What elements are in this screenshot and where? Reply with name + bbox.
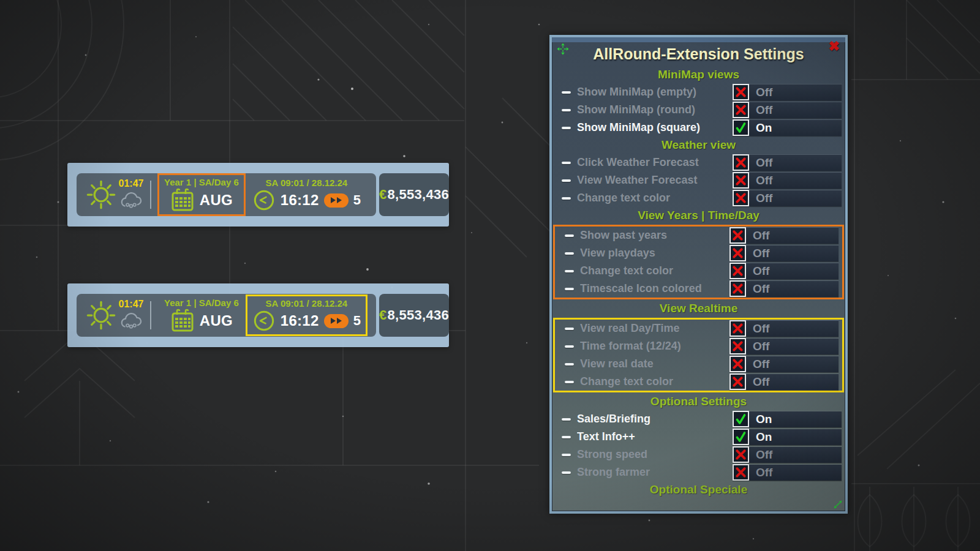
dash-icon xyxy=(562,454,571,456)
fast-forward-icon xyxy=(337,197,342,203)
checkbox-checked-icon[interactable] xyxy=(733,119,749,136)
state-label: Off xyxy=(756,103,772,117)
settings-row: Strong speedOff xyxy=(552,446,845,463)
dash-icon xyxy=(565,381,574,383)
state-label: Off xyxy=(753,264,769,278)
sun-icon xyxy=(85,299,117,331)
setting-toggle[interactable]: Off xyxy=(733,447,842,463)
money-box: € 8,553,436 xyxy=(379,173,449,216)
hud-divider xyxy=(150,181,151,209)
hud-bar-1: 01:47 Year 1 | SA/Day 6 xyxy=(67,163,449,227)
settings-row: Timescale Icon coloredOff xyxy=(555,280,842,298)
dash-icon xyxy=(565,234,574,237)
checkbox-unchecked-icon[interactable] xyxy=(729,356,746,372)
checkbox-checked-icon[interactable] xyxy=(733,411,749,427)
setting-label: View real Day/Time xyxy=(580,322,729,335)
checkbox-unchecked-icon[interactable] xyxy=(729,338,746,354)
setting-label: Show MiniMap (round) xyxy=(577,103,733,116)
settings-row: Strong farmerOff xyxy=(552,463,845,481)
hud-divider xyxy=(150,301,151,329)
state-label: Off xyxy=(753,322,769,335)
setting-toggle[interactable]: Off xyxy=(733,155,842,171)
checkbox-unchecked-icon[interactable] xyxy=(733,190,749,206)
settings-row: Show past yearsOff xyxy=(555,227,842,244)
weather-section: 01:47 xyxy=(85,299,144,332)
setting-toggle[interactable]: Off xyxy=(729,339,839,354)
checkbox-unchecked-icon[interactable] xyxy=(729,245,746,261)
settings-row: Show MiniMap (square)On xyxy=(552,119,845,137)
state-label: Off xyxy=(756,192,772,205)
checkbox-unchecked-icon[interactable] xyxy=(729,320,746,337)
setting-label: Show past years xyxy=(580,229,729,242)
dash-icon xyxy=(562,471,571,474)
setting-toggle[interactable]: Off xyxy=(729,263,839,279)
checkbox-unchecked-icon[interactable] xyxy=(729,263,746,279)
checkbox-checked-icon[interactable] xyxy=(733,429,749,445)
clock-icon xyxy=(252,189,276,212)
checkbox-unchecked-icon[interactable] xyxy=(733,464,749,481)
rain-cloud-icon xyxy=(118,189,144,211)
settings-row: Sales/BriefingOn xyxy=(552,410,845,428)
setting-toggle[interactable]: Off xyxy=(729,356,839,372)
dash-icon xyxy=(562,127,571,129)
panel-empty-area xyxy=(552,498,845,511)
sun-icon xyxy=(85,179,117,211)
settings-row: Time format (12/24)Off xyxy=(555,337,842,355)
checkbox-unchecked-icon[interactable] xyxy=(729,373,746,390)
hud-info-bar: 01:47 Year 1 | SA/Day 6 xyxy=(77,173,376,216)
setting-toggle[interactable]: On xyxy=(733,429,842,445)
dash-icon xyxy=(562,418,571,421)
dash-icon xyxy=(565,270,574,272)
setting-toggle[interactable]: On xyxy=(733,411,842,427)
settings-panel: AllRound-Extension Settings MiniMap view… xyxy=(549,35,848,514)
checkbox-unchecked-icon[interactable] xyxy=(733,84,749,100)
move-handle[interactable] xyxy=(556,42,570,56)
setting-toggle[interactable]: Off xyxy=(733,465,842,481)
dash-icon xyxy=(562,436,571,438)
settings-row: Show MiniMap (round)Off xyxy=(552,101,845,119)
dash-icon xyxy=(565,345,574,348)
setting-toggle[interactable]: Off xyxy=(733,102,842,118)
dash-icon xyxy=(562,179,571,182)
settings-row: Show MiniMap (empty)Off xyxy=(552,83,845,101)
setting-toggle[interactable]: Off xyxy=(733,84,842,100)
settings-row: Change text colorOff xyxy=(555,373,842,391)
weather-section: 01:47 xyxy=(85,178,144,211)
setting-toggle[interactable]: Off xyxy=(729,228,839,244)
state-label: Off xyxy=(756,86,772,99)
setting-toggle[interactable]: Off xyxy=(729,246,839,261)
section-header: Optional Speciale xyxy=(552,481,845,498)
setting-label: Show MiniMap (empty) xyxy=(577,86,733,99)
setting-label: View real date xyxy=(580,358,729,370)
state-label: Off xyxy=(753,247,769,260)
setting-toggle[interactable]: On xyxy=(733,120,842,136)
state-label: Off xyxy=(753,375,769,389)
month-label: AUG xyxy=(200,312,233,329)
checkbox-unchecked-icon[interactable] xyxy=(729,227,746,244)
setting-toggle[interactable]: Off xyxy=(729,281,839,297)
section-header: MiniMap views xyxy=(552,66,845,83)
setting-toggle[interactable]: Off xyxy=(729,374,839,390)
setting-toggle[interactable]: Off xyxy=(729,321,839,337)
close-icon[interactable]: ✖ xyxy=(829,40,840,53)
settings-row: View playdaysOff xyxy=(555,244,842,262)
setting-label: Sales/Briefing xyxy=(577,413,733,425)
checkbox-unchecked-icon[interactable] xyxy=(729,280,746,297)
checkbox-unchecked-icon[interactable] xyxy=(733,172,749,189)
dash-icon xyxy=(565,288,574,290)
checkbox-unchecked-icon[interactable] xyxy=(733,154,749,171)
dash-icon xyxy=(562,162,571,164)
hud-info-bar: 01:47 Year 1 | SA/Day 6 xyxy=(77,294,376,337)
setting-label: Change text color xyxy=(580,264,729,277)
calendar-section: Year 1 | SA/Day 6 AUG xyxy=(157,294,246,337)
night-time-label: 01:47 xyxy=(119,178,144,189)
money-value: 8,553,436 xyxy=(387,187,449,203)
state-label: Off xyxy=(756,174,772,187)
checkbox-unchecked-icon[interactable] xyxy=(733,446,749,463)
resize-icon[interactable] xyxy=(833,500,843,509)
setting-toggle[interactable]: Off xyxy=(733,173,842,189)
setting-toggle[interactable]: Off xyxy=(733,190,842,206)
game-time-label: 16:12 xyxy=(281,312,319,329)
dash-icon xyxy=(562,91,571,94)
checkbox-unchecked-icon[interactable] xyxy=(733,102,749,118)
